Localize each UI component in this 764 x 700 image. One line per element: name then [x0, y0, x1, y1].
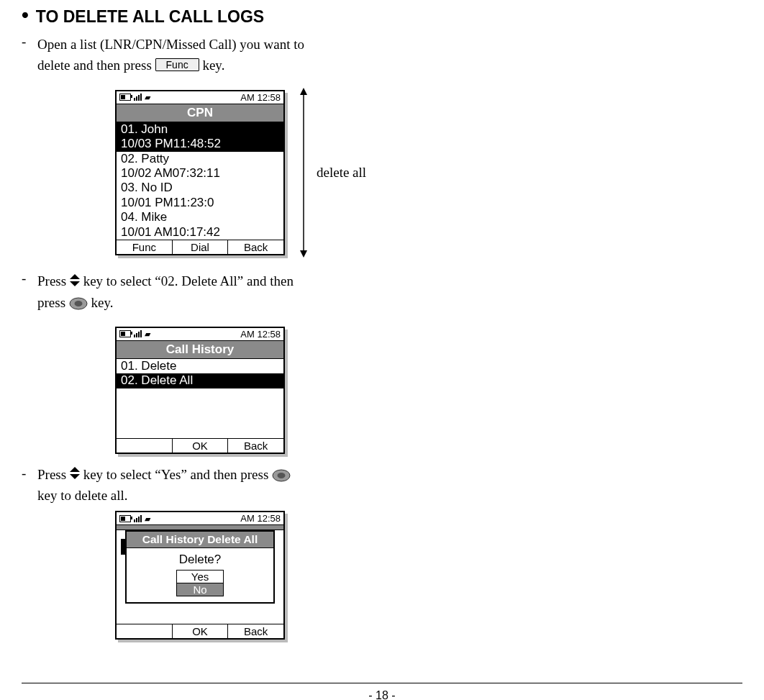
screen-title: Call History — [117, 341, 283, 359]
softkey-back[interactable]: Back — [228, 240, 283, 254]
status-bar: ▰ AM 12:58 — [117, 91, 283, 104]
option-yes[interactable]: Yes — [177, 571, 223, 583]
option-no[interactable]: No — [177, 583, 223, 596]
svg-marker-7 — [70, 467, 80, 472]
softkey-back[interactable]: Back — [228, 624, 283, 638]
list-item[interactable]: 01. Delete — [117, 359, 283, 373]
phone-screen-call-history: ▰ AM 12:58 Call History 01. Delete 02. D… — [115, 327, 285, 454]
up-down-key-icon — [70, 467, 83, 482]
step-2: - Press key to select “02. Delete All” a… — [22, 271, 742, 317]
menu-item-label: 02. Delete All — [121, 373, 193, 387]
step2-d: key. — [91, 295, 114, 310]
svg-point-6 — [74, 301, 82, 306]
status-icons: ▰ — [119, 94, 150, 101]
step1-line2a: delete and then press — [37, 58, 152, 73]
battery-icon — [119, 330, 131, 337]
status-icons: ▰ — [119, 330, 150, 337]
step2-b: key to select “02. Delete All” and then — [83, 273, 294, 288]
softkey-blank — [117, 624, 173, 638]
entry-name: 04. Mike — [121, 210, 279, 224]
status-time: AM 12:58 — [240, 513, 281, 524]
softkey-ok[interactable]: OK — [173, 624, 229, 638]
dialog-prompt: Delete? — [127, 553, 273, 567]
page-rule — [22, 683, 742, 683]
dash-icon: - — [22, 465, 37, 481]
svg-point-10 — [278, 473, 286, 478]
status-bar: ▰ AM 12:58 — [117, 512, 283, 525]
svg-marker-1 — [300, 88, 307, 95]
double-arrow-icon — [296, 86, 311, 259]
page-number: - 18 - — [22, 689, 742, 700]
status-icons: ▰ — [119, 515, 150, 522]
step-1-text: Open a list (LNR/CPN/Missed Call) you wa… — [37, 34, 374, 76]
list-item[interactable]: 02. Patty 10/02 AM07:32:11 — [117, 152, 283, 181]
softkey-dial[interactable]: Dial — [173, 240, 229, 254]
battery-icon — [119, 94, 131, 101]
screen-2-row: ▰ AM 12:58 Call History 01. Delete 02. D… — [115, 327, 742, 454]
svg-marker-2 — [300, 250, 307, 258]
screen-1-row: ▰ AM 12:58 CPN 01. John 10/03 PM11:48:52… — [115, 86, 742, 259]
note-icon: ▰ — [145, 330, 150, 337]
softkey-back[interactable]: Back — [228, 439, 283, 453]
signal-icon — [134, 330, 142, 337]
step1-line2b: key. — [202, 58, 224, 73]
signal-icon — [134, 515, 142, 522]
section-heading-row: • TO DELETE ALL CALL LOGS — [22, 7, 742, 34]
dash-icon: - — [22, 34, 37, 50]
battery-icon — [119, 515, 131, 522]
step3-c: key to delete all. — [37, 488, 128, 503]
ok-key-icon — [69, 295, 88, 316]
entry-time: 10/03 PM11:48:52 — [121, 137, 279, 151]
svg-marker-3 — [70, 274, 80, 279]
entry-time: 10/02 AM07:32:11 — [121, 166, 279, 181]
softkey-ok[interactable]: OK — [173, 439, 229, 453]
step3-b: key to select “Yes” and then press — [83, 467, 272, 482]
status-time: AM 12:58 — [240, 92, 281, 103]
menu-list: 01. Delete 02. Delete All — [117, 359, 283, 438]
func-key-icon: Func — [155, 58, 199, 71]
ok-key-icon — [272, 468, 291, 487]
softkey-blank — [117, 439, 173, 453]
list-item[interactable]: 02. Delete All — [117, 373, 283, 388]
dialog-title: Call History Delete All — [127, 532, 273, 548]
dialog-area: Call History Delete All Delete? Yes No — [117, 530, 283, 624]
confirm-dialog: Call History Delete All Delete? Yes No — [125, 530, 275, 604]
screen-3-row: ▰ AM 12:58 Call History Delete All Delet… — [115, 511, 742, 640]
svg-marker-4 — [70, 281, 80, 286]
dash-icon: - — [22, 271, 37, 286]
list-item[interactable]: 01. John 10/03 PM11:48:52 — [117, 122, 283, 152]
note-icon: ▰ — [145, 94, 150, 101]
status-bar: ▰ AM 12:58 — [117, 328, 283, 341]
step1-line1: Open a list (LNR/CPN/Missed Call) you wa… — [37, 37, 304, 52]
step-3-text: Press key to select “Yes” and then press… — [37, 465, 374, 505]
phone-screen-cpn: ▰ AM 12:58 CPN 01. John 10/03 PM11:48:52… — [115, 90, 285, 255]
side-label: delete all — [317, 165, 366, 181]
list-item[interactable]: 03. No ID 10/01 PM11:23:0 — [117, 181, 283, 210]
call-list: 01. John 10/03 PM11:48:52 02. Patty 10/0… — [117, 122, 283, 240]
softkey-row: Func Dial Back — [117, 240, 283, 254]
note-icon: ▰ — [145, 515, 150, 522]
step-2-text: Press key to select “02. Delete All” and… — [37, 271, 374, 317]
entry-name: 02. Patty — [121, 152, 279, 166]
status-time: AM 12:58 — [240, 329, 281, 340]
entry-name: 03. No ID — [121, 181, 279, 195]
side-annotation: delete all — [296, 86, 366, 259]
softkey-func[interactable]: Func — [117, 240, 173, 254]
list-item[interactable]: 04. Mike 10/01 AM10:17:42 — [117, 210, 283, 240]
screen-title: CPN — [117, 104, 283, 122]
signal-icon — [134, 94, 142, 101]
entry-name: 01. John — [121, 122, 279, 137]
softkey-row: OK Back — [117, 438, 283, 453]
bullet-dot-icon: • — [22, 7, 29, 23]
dialog-body: Delete? Yes No — [127, 548, 273, 602]
up-down-key-icon — [70, 271, 80, 292]
title-band-underlay — [117, 525, 283, 530]
step2-a: Press — [37, 273, 70, 288]
phone-screen-delete-dialog: ▰ AM 12:58 Call History Delete All Delet… — [115, 511, 285, 640]
svg-marker-8 — [70, 474, 80, 479]
entry-time: 10/01 AM10:17:42 — [121, 225, 279, 240]
step2-c: press — [37, 295, 69, 310]
menu-item-label: 01. Delete — [121, 359, 177, 373]
step-1: - Open a list (LNR/CPN/Missed Call) you … — [22, 34, 742, 76]
step-3: - Press key to select “Yes” and then pre… — [22, 465, 742, 505]
